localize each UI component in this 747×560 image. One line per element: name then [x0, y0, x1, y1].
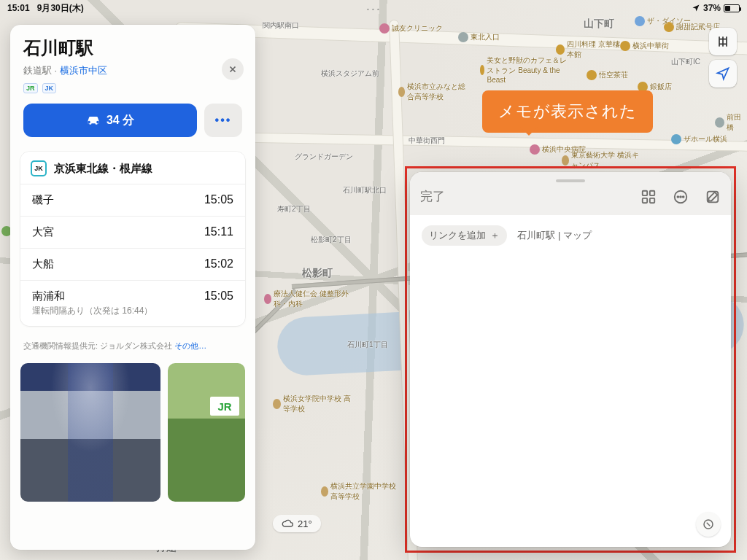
svg-point-5	[677, 196, 678, 198]
place-photos: JR	[10, 357, 255, 503]
departure-row[interactable]: 磯子 15:05	[20, 184, 245, 216]
place-title: 石川町駅	[23, 36, 242, 60]
close-button[interactable]	[222, 58, 244, 80]
compose-icon[interactable]	[705, 189, 721, 205]
departure-row[interactable]: 南浦和 運転間隔あり（次発は 16:44） 15:05	[20, 280, 245, 326]
location-services-icon	[692, 4, 700, 12]
poi-kyoritsu[interactable]: 横浜共立学園中学校高等学校	[321, 481, 401, 502]
note-body[interactable]: リンクを追加 ＋ 石川町駅 | マップ	[410, 215, 731, 547]
weather-temp: 21°	[298, 518, 312, 529]
svg-point-7	[683, 196, 684, 198]
note-title: 石川町駅 | マップ	[517, 229, 592, 242]
battery-icon	[724, 4, 740, 12]
poi-jogakuin[interactable]: 横浜女学院中学校 高等学校	[273, 394, 353, 414]
poi-daiso[interactable]: ザ・ダイソー	[635, 16, 691, 26]
map-label-matsukage2: 松影町2丁目	[311, 235, 352, 245]
poi-kenjin[interactable]: 療法人健仁会 健整形外科・内科	[264, 289, 352, 309]
line-name: 京浜東北線・根岸線	[54, 162, 152, 176]
map-layers-icon	[716, 34, 730, 49]
map-label-grandgarden: グランドガーデン	[295, 152, 353, 162]
svg-rect-0	[643, 190, 647, 195]
photo-1[interactable]	[20, 363, 160, 502]
departure-row[interactable]: 大船 15:02	[20, 248, 245, 280]
directions-button[interactable]: 34 分	[23, 104, 197, 137]
map-label-kannai: 関内駅南口	[263, 20, 299, 31]
district-label-matsukage: 松影町	[302, 267, 333, 280]
popover-grabber[interactable]	[556, 179, 585, 182]
poi-bbcafe[interactable]: 美女と野獣のカフェ＆レストラン Beauty & the Beast	[480, 55, 568, 84]
close-icon	[228, 64, 238, 74]
weather-chip[interactable]: 21°	[273, 515, 321, 532]
map-label-chinatown-w: 中華街西門	[409, 136, 445, 146]
locate-me-button[interactable]	[709, 60, 737, 88]
poi-seiyu[interactable]: 誠友クリニック	[379, 23, 443, 34]
place-card: 石川町駅 鉄道駅 · 横浜市中区 JR JK 34 分 ••• JK 京浜東北線…	[10, 25, 255, 550]
more-button[interactable]: •••	[204, 104, 242, 137]
status-date: 9月30日(木)	[37, 3, 84, 13]
status-time: 15:01	[7, 3, 30, 13]
poi-hall[interactable]: ザホール横浜	[671, 134, 727, 144]
photo-sign: JR	[210, 397, 239, 416]
location-arrow-icon	[716, 66, 730, 81]
multitask-handle-icon[interactable]: • • •	[367, 6, 380, 12]
annotation-callout: メモが表示された	[482, 90, 653, 133]
map-label-ishikawa-n: 石川町駅北口	[343, 185, 387, 195]
car-icon	[86, 113, 101, 128]
place-subtitle: 鉄道駅 · 横浜市中区	[23, 64, 242, 77]
cloud-icon	[282, 518, 293, 529]
photo-2[interactable]: JR	[168, 363, 245, 502]
map-label-kotobuki: 寿町2丁目	[277, 204, 311, 214]
markup-button[interactable]	[696, 512, 721, 537]
badge-jr: JR	[23, 83, 38, 93]
notes-popover: 完了 リンクを追加 ＋ 石川町駅 | マップ	[410, 172, 731, 547]
done-button[interactable]: 完了	[420, 188, 445, 205]
poi-tohoku[interactable]: 東北入口	[458, 32, 500, 42]
map-label-yamashita-ic: 山下町IC	[671, 57, 700, 67]
departure-row[interactable]: 大宮 15:11	[20, 216, 245, 248]
transit-card: JK 京浜東北線・根岸線 磯子 15:05 大宮 15:11 大船 15:02 …	[20, 152, 245, 326]
svg-rect-3	[650, 198, 654, 202]
poi-shikawa[interactable]: 四川料理 京華樓 本館	[556, 39, 629, 60]
svg-rect-2	[643, 198, 647, 202]
add-link-pill[interactable]: リンクを追加 ＋	[422, 225, 507, 246]
plus-icon: ＋	[490, 229, 500, 242]
district-label-yamashita: 山下町	[584, 18, 614, 31]
transit-provider: 交通機関情報提供元: ジョルダン株式会社 その他…	[10, 330, 255, 357]
svg-rect-1	[650, 190, 654, 195]
map-settings-button[interactable]	[709, 28, 737, 55]
status-bar: 15:01 9月30日(木) • • • 37%	[0, 0, 747, 16]
directions-label: 34 分	[107, 113, 134, 128]
gallery-icon[interactable]	[640, 189, 657, 205]
badge-jk: JK	[42, 83, 57, 93]
more-icon[interactable]	[673, 189, 689, 205]
area-link[interactable]: 横浜市中区	[60, 65, 107, 76]
poi-maeda[interactable]: 前田橋	[715, 112, 747, 133]
map-label-ishikawa1: 石川町1丁目	[347, 340, 388, 350]
provider-more-link[interactable]: その他…	[174, 341, 206, 350]
map-label-stadiummae: 横浜スタジアム前	[321, 69, 379, 79]
line-badge: JK	[31, 160, 47, 176]
poi-gokusaiso[interactable]: 悟空茶荘	[587, 70, 628, 80]
poi-minato[interactable]: 横浜市立みなと総合高等学校	[398, 82, 471, 102]
battery-pct: 37%	[703, 3, 721, 13]
poi-geidai[interactable]: 東京藝術大学 横浜キャンパス	[562, 150, 642, 171]
markup-icon	[702, 518, 715, 531]
svg-point-6	[680, 196, 681, 198]
